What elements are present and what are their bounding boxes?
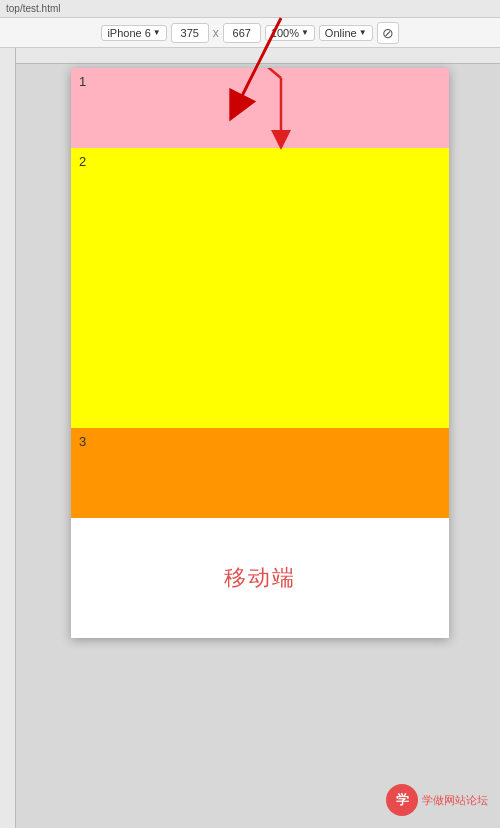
device-chevron-icon: ▼ xyxy=(153,28,161,37)
zoom-chevron-icon: ▼ xyxy=(301,28,309,37)
mobile-label: 移动端 xyxy=(224,563,296,593)
section-below: 移动端 xyxy=(71,518,449,638)
zoom-selector[interactable]: 100% ▼ xyxy=(265,25,315,41)
watermark: 学 学做网站论坛 xyxy=(386,784,488,816)
section-3: 3 xyxy=(71,428,449,518)
height-input[interactable] xyxy=(223,23,261,43)
section-1-label: 1 xyxy=(79,74,86,89)
section-3-label: 3 xyxy=(79,434,86,449)
dimension-separator: x xyxy=(213,26,219,40)
online-label: Online xyxy=(325,27,357,39)
main-area: 1 2 3 移动端 学 学做网站论坛 xyxy=(0,48,500,828)
ruler-left xyxy=(0,48,16,828)
section-1: 1 xyxy=(71,68,449,148)
watermark-label: 学做网站论坛 xyxy=(422,793,488,808)
width-input[interactable] xyxy=(171,23,209,43)
rotate-icon: ⊘ xyxy=(382,25,394,41)
watermark-logo: 学 xyxy=(386,784,418,816)
device-frame: 1 2 3 移动端 xyxy=(71,68,449,638)
rotate-button[interactable]: ⊘ xyxy=(377,22,399,44)
online-selector[interactable]: Online ▼ xyxy=(319,25,373,41)
section-2: 2 xyxy=(71,148,449,428)
address-bar-text: top/test.html xyxy=(6,3,60,14)
section-2-label: 2 xyxy=(79,154,86,169)
zoom-label: 100% xyxy=(271,27,299,39)
online-chevron-icon: ▼ xyxy=(359,28,367,37)
address-bar: top/test.html xyxy=(0,0,500,18)
device-selector[interactable]: iPhone 6 ▼ xyxy=(101,25,166,41)
device-label: iPhone 6 xyxy=(107,27,150,39)
ruler-top xyxy=(0,48,500,64)
toolbar: iPhone 6 ▼ x 100% ▼ Online ▼ ⊘ xyxy=(0,18,500,48)
watermark-circle-text: 学 xyxy=(396,791,409,809)
